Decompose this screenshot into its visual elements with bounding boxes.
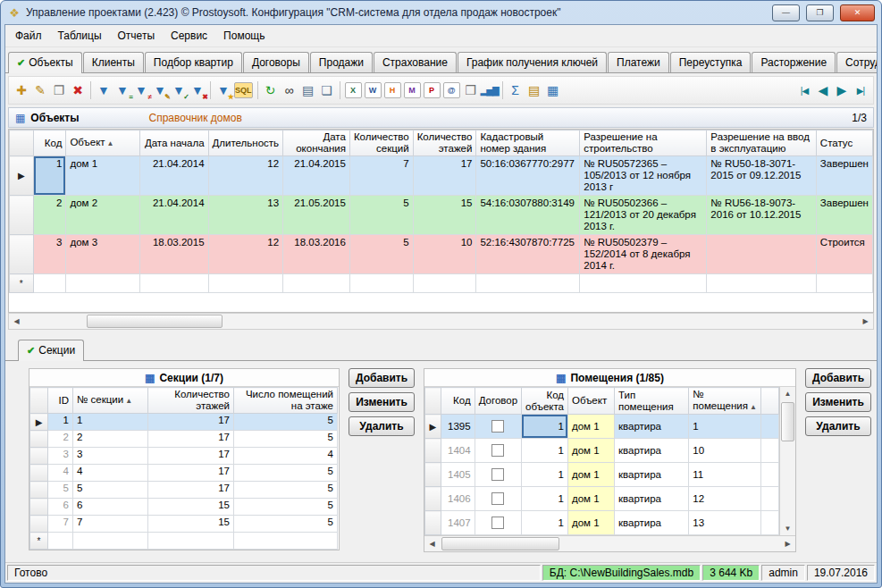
scroll-track[interactable] <box>24 314 858 329</box>
premises-table-cell-num[interactable]: 11 <box>689 463 761 487</box>
tab-insurance[interactable]: Страхование <box>374 52 457 72</box>
filter-by-selection-icon[interactable]: ▼= <box>113 81 131 99</box>
close-button[interactable]: ✕ <box>840 4 875 21</box>
premises-table-cell-obj[interactable]: дом 1 <box>568 511 615 535</box>
sections-table-cell-num[interactable]: 5 <box>73 482 148 499</box>
scroll-thumb[interactable] <box>441 537 559 550</box>
sections-table-cell-id[interactable]: 2 <box>48 431 73 448</box>
sections-table-cell-floors[interactable]: 15 <box>148 499 234 516</box>
menu-help[interactable]: Помощь <box>216 27 272 45</box>
sections-table-header-id[interactable]: ID <box>48 388 73 414</box>
premises-vscroll[interactable]: ▲ ▼ <box>779 387 795 535</box>
premises-table-cell-kod[interactable]: 1395 <box>441 415 475 439</box>
table-row[interactable]: ▶11175 <box>30 414 338 431</box>
premises-delete-button[interactable]: Удалить <box>805 416 871 436</box>
filter-icon[interactable]: ▼ <box>95 81 113 99</box>
chart-icon[interactable]: ▂▅▇ <box>481 81 499 99</box>
objects-table-header-duration[interactable]: Длительность <box>208 130 283 156</box>
premises-table-cell-type[interactable]: квартира <box>614 463 688 487</box>
premises-table-cell-kod_obj[interactable]: 1 <box>522 487 568 511</box>
premises-table-cell-kod_obj[interactable]: 1 <box>522 463 568 487</box>
premises-table-cell-num[interactable]: 10 <box>689 439 761 463</box>
objects-table-header-date_end[interactable]: Дата окончания <box>283 130 350 156</box>
table-row[interactable]: 77155 <box>30 516 338 533</box>
objects-table-cell-floors[interactable]: 17 <box>413 156 476 196</box>
contract-checkbox[interactable] <box>491 420 504 433</box>
premises-table-cell-type[interactable]: квартира <box>614 487 688 511</box>
export-pdf-icon[interactable]: P <box>424 82 441 98</box>
sections-table-cell-floors[interactable]: 15 <box>148 516 234 533</box>
sections-table-cell-id[interactable]: 7 <box>48 516 73 533</box>
premises-table-header-kod_obj[interactable]: Код объекта <box>522 388 568 415</box>
premises-table-cell-num[interactable]: 12 <box>689 487 761 511</box>
objects-table-cell-duration[interactable]: 12 <box>208 235 283 274</box>
sections-table-cell-per_floor[interactable]: 5 <box>234 516 338 533</box>
objects-table-cell-kod[interactable]: 1 <box>33 156 66 196</box>
sections-table-cell-empty[interactable] <box>73 533 148 550</box>
scroll-up-arrow[interactable]: ▲ <box>780 387 795 400</box>
refresh-icon[interactable]: ↻ <box>262 81 280 99</box>
objects-table-cell-empty[interactable] <box>816 274 872 293</box>
objects-table-header-obj[interactable]: Объект▲ <box>66 130 140 156</box>
premises-table-cell-obj[interactable]: дом 1 <box>568 415 615 439</box>
menu-service[interactable]: Сервис <box>164 27 214 45</box>
premises-table-header-type[interactable]: Тип помещения <box>614 388 688 415</box>
scroll-thumb[interactable] <box>781 402 794 441</box>
objects-table-cell-cadastre[interactable]: 54:16:0307880:3149 <box>476 196 580 235</box>
table-row[interactable]: 14041дом 1квартира10 <box>425 439 779 463</box>
nav-first-icon[interactable]: |◀ <box>795 81 813 99</box>
table-row[interactable]: 55175 <box>30 482 338 499</box>
premises-table-cell-contract[interactable] <box>475 463 521 487</box>
sections-table-cell-empty[interactable] <box>234 533 338 550</box>
objects-table-cell-empty[interactable] <box>413 274 476 293</box>
objects-table-header-kod[interactable]: Код <box>33 130 66 156</box>
scroll-right-arrow[interactable]: ▶ <box>858 315 873 328</box>
sql-filter-icon[interactable]: SQL <box>234 82 253 98</box>
objects-table-cell-empty[interactable] <box>33 274 66 293</box>
sections-table-cell-empty[interactable] <box>48 533 73 550</box>
sections-table-header-num[interactable]: № секции▲ <box>73 388 148 414</box>
sections-table-cell-num[interactable]: 6 <box>73 499 148 516</box>
objects-table-cell-kod[interactable]: 2 <box>33 196 66 235</box>
find-icon[interactable]: ∞ <box>281 81 298 99</box>
export-email-icon[interactable]: @ <box>443 82 460 98</box>
scroll-left-arrow[interactable]: ◀ <box>424 537 440 550</box>
filter-apply-icon[interactable]: ▼✓ <box>170 81 188 99</box>
nav-next-icon[interactable]: ▶ <box>833 81 851 99</box>
objects-table-cell-floors[interactable]: 15 <box>413 196 476 235</box>
table-row[interactable]: 2дом 221.04.20141321.05.201551554:16:030… <box>10 196 873 235</box>
objects-table-cell-date_end[interactable]: 18.03.2016 <box>283 235 350 274</box>
grid-settings-icon[interactable]: ▦ <box>544 81 562 99</box>
objects-table-cell-empty[interactable] <box>208 274 283 293</box>
table-row[interactable]: 22175 <box>30 431 338 448</box>
objects-table-cell-permit_build[interactable]: № RU50572365 – 105/2013 от 12 ноября 201… <box>580 156 707 196</box>
objects-table-cell-date_start[interactable]: 21.04.2014 <box>139 156 208 196</box>
menu-reports[interactable]: Отчеты <box>111 27 162 45</box>
table-row[interactable]: 44175 <box>30 465 338 482</box>
copy-record-icon[interactable]: ❐ <box>50 81 68 99</box>
premises-table-header-kod[interactable]: Код <box>441 388 475 415</box>
contract-checkbox[interactable] <box>491 468 504 481</box>
premises-table-cell-filler[interactable] <box>760 439 778 463</box>
tab-contracts[interactable]: Договоры <box>243 52 309 72</box>
table-row[interactable]: 14051дом 1квартира11 <box>425 463 779 487</box>
objects-table-header-permit_use[interactable]: Разрешение на ввод в эксплуатацию <box>707 130 817 156</box>
menu-tables[interactable]: Таблицы <box>51 27 109 45</box>
sections-table-cell-id[interactable]: 5 <box>48 482 73 499</box>
scroll-track[interactable] <box>440 536 780 551</box>
sections-table-cell-id[interactable]: 3 <box>48 448 73 465</box>
sections-edit-button[interactable]: Изменить <box>349 392 415 412</box>
new-row[interactable]: * <box>30 533 338 550</box>
table-row[interactable]: 3дом 318.03.20151218.03.201651052:16:430… <box>10 235 873 274</box>
objects-table-cell-empty[interactable] <box>580 274 707 293</box>
objects-table-cell-empty[interactable] <box>349 274 413 293</box>
objects-table-cell-empty[interactable] <box>476 274 580 293</box>
premises-table-cell-num[interactable]: 13 <box>689 511 761 535</box>
sections-table-cell-per_floor[interactable]: 5 <box>234 414 338 431</box>
objects-table-header-floors[interactable]: Количество этажей <box>413 130 476 156</box>
export-html-icon[interactable]: H <box>384 82 401 98</box>
premises-table-cell-filler[interactable] <box>760 415 778 439</box>
premises-table-cell-obj[interactable]: дом 1 <box>568 463 615 487</box>
sections-table-cell-floors[interactable]: 17 <box>148 448 234 465</box>
scroll-down-arrow[interactable]: ▼ <box>780 522 795 535</box>
